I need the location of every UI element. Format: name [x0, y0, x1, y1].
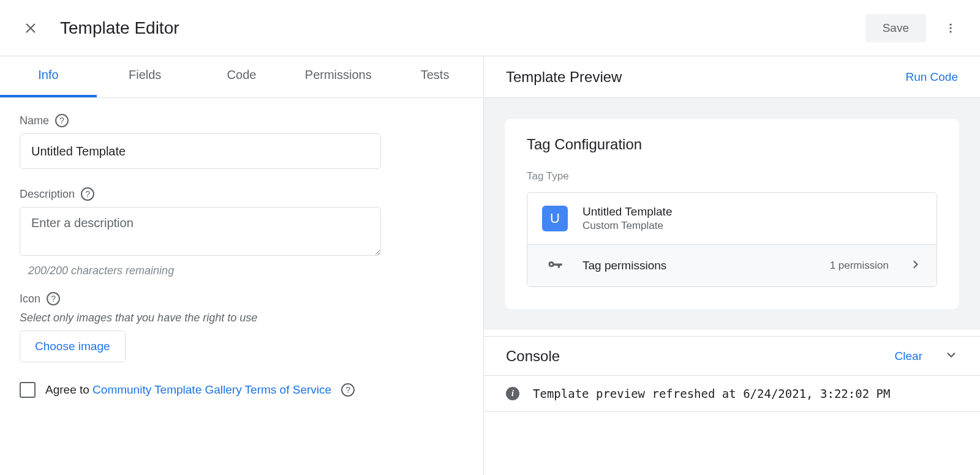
- topbar: Template Editor Save: [0, 0, 980, 56]
- tab-code[interactable]: Code: [194, 56, 290, 97]
- description-input[interactable]: [20, 207, 381, 256]
- permissions-label: Tag permissions: [582, 259, 815, 272]
- console-message: Template preview refreshed at 6/24/2021,…: [533, 387, 890, 400]
- run-code-button[interactable]: Run Code: [905, 70, 958, 84]
- name-input[interactable]: [20, 133, 381, 169]
- template-name: Untitled Template: [582, 205, 922, 219]
- left-panel: Info Fields Code Permissions Tests Name …: [0, 56, 484, 475]
- page-title: Template Editor: [60, 18, 865, 38]
- key-icon: [542, 257, 568, 274]
- card-title: Tag Configuration: [527, 136, 937, 153]
- console-row: i Template preview refreshed at 6/24/202…: [484, 376, 980, 412]
- help-icon[interactable]: ?: [47, 292, 60, 305]
- terms-link[interactable]: Community Template Gallery Terms of Serv…: [92, 383, 331, 396]
- tab-tests[interactable]: Tests: [386, 56, 483, 97]
- svg-point-1: [949, 27, 951, 29]
- preview-header: Template Preview Run Code: [484, 56, 980, 98]
- agree-text: Agree to Community Template Gallery Term…: [45, 383, 331, 397]
- name-label: Name ?: [20, 114, 464, 127]
- console-title: Console: [506, 348, 895, 365]
- choose-image-button[interactable]: Choose image: [20, 331, 126, 362]
- right-panel: Template Preview Run Code Tag Configurat…: [484, 56, 980, 475]
- tabs: Info Fields Code Permissions Tests: [0, 56, 483, 98]
- help-icon[interactable]: ?: [341, 383, 355, 397]
- icon-label: Icon ?: [20, 292, 464, 305]
- svg-point-0: [949, 23, 951, 25]
- template-badge-icon: U: [542, 206, 568, 231]
- tag-type-row[interactable]: U Untitled Template Custom Template: [527, 193, 937, 244]
- tag-config-card: Tag Configuration Tag Type U Untitled Te…: [505, 119, 959, 309]
- more-vert-icon[interactable]: [938, 16, 963, 40]
- permissions-count: 1 permission: [830, 260, 889, 272]
- char-counter: 200/200 characters remaining: [28, 264, 464, 277]
- tag-box: U Untitled Template Custom Template Tag …: [527, 192, 937, 287]
- preview-title: Template Preview: [506, 69, 905, 86]
- save-button[interactable]: Save: [865, 14, 926, 42]
- tag-type-label: Tag Type: [527, 170, 937, 182]
- console-header: Console Clear: [484, 337, 980, 376]
- tag-permissions-row[interactable]: Tag permissions 1 permission: [527, 244, 937, 286]
- tab-info[interactable]: Info: [0, 56, 97, 97]
- chevron-right-icon: [910, 258, 922, 273]
- help-icon[interactable]: ?: [55, 114, 69, 127]
- template-subtitle: Custom Template: [582, 220, 922, 232]
- info-icon: i: [506, 387, 519, 400]
- tab-fields[interactable]: Fields: [97, 56, 194, 97]
- clear-button[interactable]: Clear: [895, 350, 922, 363]
- agree-checkbox[interactable]: [20, 382, 36, 398]
- chevron-down-icon[interactable]: [944, 348, 958, 364]
- close-icon[interactable]: [22, 20, 39, 37]
- console-panel: Console Clear i Template preview refresh…: [484, 336, 980, 412]
- description-label: Description ?: [20, 187, 464, 201]
- icon-hint: Select only images that you have the rig…: [20, 312, 464, 324]
- help-icon[interactable]: ?: [81, 187, 94, 201]
- svg-point-2: [949, 31, 951, 32]
- tab-permissions[interactable]: Permissions: [290, 56, 386, 97]
- preview-body: Tag Configuration Tag Type U Untitled Te…: [484, 98, 980, 330]
- agree-row: Agree to Community Template Gallery Term…: [20, 382, 464, 398]
